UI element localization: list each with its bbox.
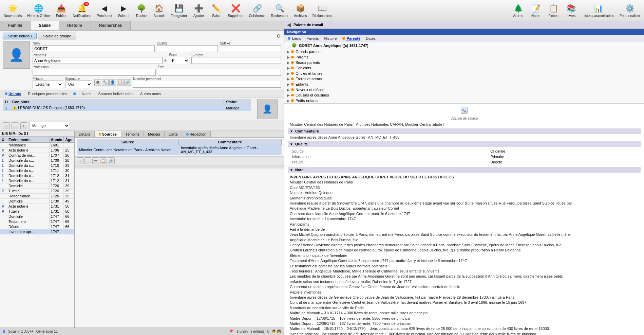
copy-source-btn[interactable]: 📋 bbox=[100, 157, 107, 164]
event-row[interactable]: P Contrat de ma... 1707 26 bbox=[0, 153, 74, 158]
nav-tree-item-conjoints[interactable]: ▶ Conjoints bbox=[284, 65, 644, 71]
filiation-btn1[interactable]: ⚙ bbox=[94, 79, 101, 86]
event-row[interactable]: Domicile 1720 39 bbox=[0, 183, 74, 189]
toolbar-heredis-online-button[interactable]: 🌐Heredis Online bbox=[25, 1, 52, 20]
remove-union-btn[interactable]: − bbox=[12, 122, 18, 129]
event-row[interactable]: P Tutelle 1731 50 bbox=[0, 209, 74, 214]
nav-tab-parente[interactable]: Parenté bbox=[341, 36, 362, 41]
nav-tab-favoris[interactable]: Favoris bbox=[305, 36, 320, 41]
event-row[interactable]: P Acte notarié 1706 25 bbox=[0, 148, 74, 153]
remove-source-btn[interactable]: − bbox=[84, 157, 91, 164]
tab-saisie[interactable]: Saisie bbox=[31, 21, 59, 30]
nav-tree-item-neveux-et-nièces[interactable]: ▶ Neveux et nièces bbox=[284, 87, 644, 92]
nav-tree-item-parents[interactable]: ▶ Parents bbox=[284, 54, 644, 60]
right-toolbar-personnaliser-button[interactable]: ⚙️Personnaliser bbox=[617, 1, 643, 20]
nav-tab-histoire[interactable]: Histoire bbox=[323, 36, 338, 41]
toolbar-rechercher-button[interactable]: 🔍Rechercher bbox=[269, 1, 291, 20]
toolbar-archives-button[interactable]: 📦Archives bbox=[291, 1, 309, 20]
toolbar-coherence-button[interactable]: 🔗Cohérence bbox=[247, 1, 268, 20]
detail-tab-sources[interactable]: Sources bbox=[95, 131, 121, 137]
palette-toggle-button[interactable]: ◀ bbox=[287, 22, 291, 28]
toolbar-enregistrer-button[interactable]: 💾Enregistrer bbox=[168, 1, 190, 20]
filiation-btn2[interactable]: 🔧 bbox=[102, 79, 109, 86]
sub-tab-notes[interactable]: Notes bbox=[80, 91, 94, 96]
filiation-btn3[interactable]: 👤 bbox=[109, 79, 116, 86]
titre-input[interactable] bbox=[158, 69, 281, 76]
event-row[interactable]: Domicile 1730 49 bbox=[0, 199, 74, 204]
filiation-btn5[interactable]: 🔗 bbox=[124, 79, 131, 86]
event-row[interactable]: 1 Domicile du c... 1710 29 bbox=[0, 163, 74, 168]
nav-tree-item-petits-enfants[interactable]: ▶ Petits-enfants bbox=[284, 98, 644, 103]
saisie-individu-button[interactable]: Saisie individu bbox=[3, 33, 37, 39]
nav-root-person[interactable]: 🌳 GORET Anne Angélique ((c) 1681-1747) bbox=[284, 42, 644, 49]
surnom-input[interactable] bbox=[191, 57, 281, 64]
toolbar-publier-button[interactable]: 📤Publier bbox=[53, 1, 70, 20]
saisie-groupe-button[interactable]: Saisie de groupe bbox=[38, 33, 76, 39]
nav-tree-item-grands-parents[interactable]: ▶ Grands-parents bbox=[284, 49, 644, 54]
profession-input[interactable] bbox=[33, 69, 156, 76]
detail-tab-temoins[interactable]: Témoins bbox=[121, 131, 144, 137]
event-row[interactable]: Testament 1747 66 bbox=[0, 219, 74, 224]
event-row[interactable]: 1 Domicile du c... 1709 28 bbox=[0, 158, 74, 163]
nav-tree-item-frères-et-sœurs[interactable]: ▶ Frères et sœurs bbox=[284, 76, 644, 82]
toolbar-racine-button[interactable]: 🌳Racine bbox=[133, 1, 150, 20]
event-row[interactable]: Renonciation ... 1720 39 bbox=[0, 194, 74, 199]
source-detail-btn[interactable]: 🐾 bbox=[461, 107, 468, 114]
filiation-btn4[interactable]: 📋 bbox=[117, 79, 124, 86]
toolbar-saisir-button[interactable]: ✏️Saisir bbox=[208, 1, 225, 20]
event-row[interactable]: Naissance 1681 bbox=[0, 143, 74, 148]
event-row[interactable]: 1 Domicile du c... 1712 31 bbox=[0, 173, 74, 178]
event-row[interactable]: Décès 1747 66 bbox=[0, 224, 74, 229]
toolbar-accueil-button[interactable]: 🏠Accueil bbox=[151, 1, 168, 20]
tab-famille[interactable]: Famille bbox=[0, 21, 31, 30]
numero-personnel-input[interactable] bbox=[133, 81, 281, 88]
sub-tab-sources[interactable]: Sources individuelles bbox=[96, 91, 135, 96]
sexe-select[interactable]: FM bbox=[169, 57, 189, 64]
toolbar-precedent-button[interactable]: ◀Précédent bbox=[94, 1, 115, 20]
nav-tree-item-cousins-et-cousines[interactable]: ▶ Cousins et cousines bbox=[284, 92, 644, 98]
signature-select[interactable]: Oui bbox=[65, 81, 92, 88]
tab-recherches[interactable]: Recherches bbox=[91, 21, 131, 30]
filiation-select[interactable]: Légitime bbox=[33, 81, 63, 88]
toolbar-suivant-button[interactable]: ▶Suivant bbox=[115, 1, 132, 20]
right-toolbar-notes-button[interactable]: 📝Notes bbox=[527, 1, 544, 20]
right-toolbar-fiches-button[interactable]: 📋Fiches bbox=[545, 1, 562, 20]
toolbar-notifications-button[interactable]: 🔔10Notifications bbox=[71, 1, 94, 20]
edit-source-btn[interactable]: ✏ bbox=[92, 157, 99, 164]
sub-tab-unions[interactable]: Unions bbox=[3, 91, 23, 96]
right-toolbar-livres-button[interactable]: 📚Livres bbox=[563, 1, 580, 20]
event-row[interactable]: 1 Domicile du c... 1711 30 bbox=[0, 168, 74, 173]
sub-tab-autres-noms[interactable]: Autres noms bbox=[138, 91, 163, 96]
add-union-btn[interactable]: + bbox=[3, 122, 10, 129]
union-type-select[interactable]: Mariage bbox=[29, 122, 70, 129]
note-section-header[interactable]: ▼ Note bbox=[288, 167, 641, 173]
detail-tab-medias[interactable]: Médias bbox=[144, 131, 164, 137]
sources-scrollbar[interactable] bbox=[75, 165, 284, 169]
detail-tab-carte[interactable]: Carte bbox=[165, 131, 182, 137]
nom-input[interactable] bbox=[33, 45, 155, 52]
tab-histoire[interactable]: Histoire bbox=[59, 21, 91, 30]
detail-tab-redaction[interactable]: Rédaction bbox=[182, 131, 211, 137]
nav-tab-dates[interactable]: Dates bbox=[364, 36, 377, 41]
toolbar-ajouter-button[interactable]: ➕Ajouter bbox=[190, 1, 207, 20]
event-row[interactable]: Domicile 1747 66 bbox=[0, 214, 74, 219]
nav-tree-item-enfants[interactable]: ▶ Enfants bbox=[284, 82, 644, 87]
toolbar-supprimer-button[interactable]: ❌Supprimer bbox=[226, 1, 246, 20]
event-row[interactable]: P Acte notarié 1731 50 bbox=[0, 204, 74, 209]
nav-tree-item-beaux-parents[interactable]: ▶ Beaux-parents bbox=[284, 60, 644, 65]
nav-tab-liens[interactable]: Liens bbox=[286, 36, 302, 41]
settings-gear-button[interactable]: ⚙ bbox=[277, 33, 281, 39]
toolbar-nouveautes-button[interactable]: 🌟Nouveautés bbox=[1, 1, 24, 20]
suffixe-input[interactable] bbox=[220, 45, 281, 52]
event-row[interactable]: Inventaire apr... 1747 bbox=[0, 229, 74, 234]
prenoms-input[interactable] bbox=[33, 57, 163, 64]
sub-tab-rubriques[interactable]: Rubriques personnelles bbox=[26, 91, 69, 96]
source-row[interactable]: Minutier Central des Notaires de Paris -… bbox=[77, 145, 282, 155]
detail-tab-details[interactable]: Détails bbox=[75, 131, 95, 137]
nav-tree-item-oncles-et-tantes[interactable]: ▶ Oncles et tantes bbox=[284, 71, 644, 76]
commentaire-section-header[interactable]: ▼ Commentaire bbox=[288, 128, 641, 134]
union-table-row[interactable]: 1 ⚠️ LEBOIS DUCLOS François (1683-1719) … bbox=[3, 105, 251, 111]
link-source-btn[interactable]: 🔗 bbox=[108, 157, 115, 164]
event-row[interactable]: 1 Domicile du c... 1712 31 bbox=[0, 178, 74, 183]
add-source-btn[interactable]: + bbox=[77, 157, 83, 164]
